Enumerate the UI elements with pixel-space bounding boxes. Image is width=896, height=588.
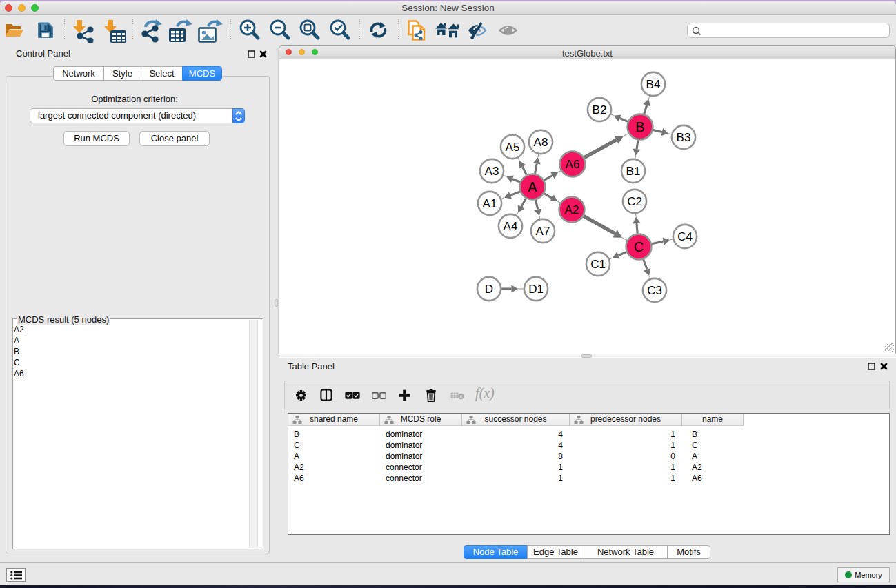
svg-text:A1: A1 (483, 197, 497, 210)
svg-text:A8: A8 (534, 136, 548, 149)
svg-text:A3: A3 (485, 165, 499, 178)
svg-text:B: B (635, 119, 644, 134)
svg-text:B2: B2 (593, 103, 607, 116)
svg-text:A2: A2 (565, 203, 579, 216)
svg-text:C3: C3 (647, 284, 662, 297)
svg-text:A5: A5 (506, 141, 520, 154)
svg-text:C2: C2 (627, 195, 642, 208)
svg-text:C4: C4 (677, 230, 693, 243)
svg-text:C: C (634, 239, 644, 254)
svg-text:C1: C1 (590, 258, 606, 271)
svg-text:B4: B4 (646, 78, 661, 91)
svg-text:A4: A4 (504, 220, 518, 233)
svg-text:A: A (528, 179, 537, 194)
svg-text:D1: D1 (528, 283, 544, 296)
svg-text:A7: A7 (536, 225, 550, 238)
svg-text:B1: B1 (626, 165, 641, 178)
svg-text:B3: B3 (677, 131, 691, 144)
svg-text:D: D (485, 283, 493, 296)
svg-text:A6: A6 (566, 158, 580, 171)
